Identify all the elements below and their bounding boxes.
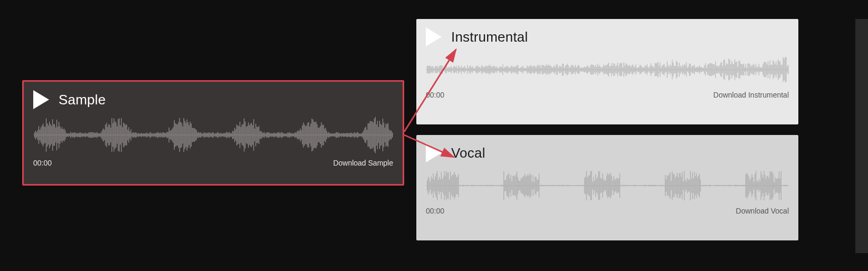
svg-rect-491 bbox=[577, 66, 578, 73]
svg-rect-928 bbox=[654, 185, 654, 186]
svg-rect-333 bbox=[386, 123, 386, 146]
svg-rect-897 bbox=[623, 186, 623, 186]
svg-rect-1001 bbox=[727, 185, 728, 186]
svg-rect-910 bbox=[636, 185, 636, 186]
svg-rect-556 bbox=[643, 67, 643, 72]
svg-rect-986 bbox=[712, 186, 713, 186]
svg-rect-396 bbox=[481, 65, 482, 74]
vocal-card: Vocal 00:00 Download Vocal bbox=[416, 135, 798, 240]
play-icon[interactable] bbox=[426, 27, 442, 46]
svg-rect-971 bbox=[697, 178, 698, 194]
svg-rect-638 bbox=[726, 65, 726, 74]
svg-rect-872 bbox=[597, 177, 598, 195]
svg-rect-762 bbox=[487, 185, 487, 187]
svg-rect-371 bbox=[456, 66, 456, 73]
svg-rect-664 bbox=[751, 65, 752, 74]
scrollbar-track[interactable] bbox=[855, 19, 868, 253]
svg-rect-650 bbox=[738, 66, 738, 73]
svg-rect-322 bbox=[374, 119, 375, 152]
svg-rect-552 bbox=[638, 67, 639, 72]
svg-rect-63 bbox=[100, 133, 100, 137]
svg-rect-683 bbox=[771, 65, 771, 75]
svg-rect-210 bbox=[255, 124, 256, 147]
svg-rect-665 bbox=[752, 65, 753, 74]
svg-rect-265 bbox=[313, 122, 314, 148]
svg-rect-554 bbox=[641, 65, 641, 74]
svg-rect-776 bbox=[500, 185, 501, 187]
svg-rect-101 bbox=[140, 133, 141, 137]
svg-rect-375 bbox=[460, 68, 461, 71]
svg-rect-486 bbox=[572, 65, 573, 74]
svg-rect-644 bbox=[731, 61, 732, 78]
svg-rect-158 bbox=[201, 132, 201, 138]
svg-rect-113 bbox=[153, 133, 154, 137]
svg-rect-97 bbox=[136, 132, 136, 138]
svg-rect-68 bbox=[105, 124, 106, 145]
download-instrumental-link[interactable]: Download Instrumental bbox=[713, 91, 789, 99]
svg-rect-591 bbox=[678, 67, 679, 73]
svg-rect-136 bbox=[177, 124, 178, 146]
svg-rect-685 bbox=[772, 60, 773, 80]
svg-rect-748 bbox=[472, 185, 473, 187]
svg-rect-56 bbox=[92, 132, 93, 138]
svg-rect-115 bbox=[155, 133, 156, 137]
svg-rect-857 bbox=[582, 185, 583, 186]
play-icon[interactable] bbox=[426, 143, 442, 162]
svg-rect-539 bbox=[625, 63, 626, 76]
svg-rect-449 bbox=[535, 66, 535, 73]
svg-rect-1030 bbox=[757, 181, 757, 191]
svg-rect-1060 bbox=[787, 185, 787, 186]
svg-rect-459 bbox=[545, 66, 546, 73]
svg-rect-41 bbox=[77, 133, 77, 137]
svg-rect-54 bbox=[90, 132, 91, 138]
play-icon[interactable] bbox=[33, 90, 49, 109]
svg-rect-177 bbox=[221, 133, 221, 138]
svg-rect-661 bbox=[749, 63, 749, 75]
svg-rect-405 bbox=[490, 66, 491, 73]
svg-rect-479 bbox=[565, 66, 566, 73]
svg-rect-1034 bbox=[761, 171, 761, 200]
svg-rect-632 bbox=[719, 65, 720, 74]
svg-rect-264 bbox=[313, 120, 313, 151]
svg-rect-286 bbox=[336, 132, 337, 138]
svg-rect-439 bbox=[524, 68, 525, 71]
svg-rect-1043 bbox=[770, 171, 770, 200]
svg-rect-76 bbox=[113, 119, 114, 152]
svg-rect-308 bbox=[359, 134, 360, 137]
svg-rect-61 bbox=[98, 133, 98, 137]
svg-rect-37 bbox=[72, 133, 73, 138]
svg-rect-1045 bbox=[772, 171, 772, 199]
svg-rect-149 bbox=[191, 123, 192, 147]
svg-rect-569 bbox=[656, 63, 656, 76]
svg-rect-360 bbox=[445, 66, 445, 73]
vocal-waveform[interactable] bbox=[426, 170, 789, 201]
svg-rect-133 bbox=[174, 120, 175, 150]
svg-rect-339 bbox=[392, 132, 393, 138]
svg-rect-285 bbox=[335, 133, 336, 137]
svg-rect-764 bbox=[489, 185, 489, 186]
svg-rect-893 bbox=[618, 179, 619, 193]
svg-rect-74 bbox=[111, 118, 112, 152]
svg-rect-1052 bbox=[779, 171, 779, 200]
svg-rect-1028 bbox=[755, 174, 755, 198]
svg-rect-625 bbox=[712, 64, 713, 75]
download-vocal-link[interactable]: Download Vocal bbox=[736, 207, 789, 215]
svg-rect-328 bbox=[380, 124, 381, 146]
svg-rect-237 bbox=[284, 134, 284, 137]
svg-rect-81 bbox=[119, 118, 119, 151]
svg-rect-440 bbox=[526, 68, 526, 71]
download-sample-link[interactable]: Download Sample bbox=[333, 159, 393, 167]
svg-rect-686 bbox=[774, 62, 774, 78]
svg-rect-672 bbox=[760, 67, 760, 72]
svg-rect-192 bbox=[236, 124, 237, 146]
svg-rect-544 bbox=[631, 67, 631, 72]
sample-waveform[interactable] bbox=[33, 117, 393, 153]
svg-rect-178 bbox=[222, 133, 222, 137]
svg-rect-713 bbox=[437, 171, 437, 200]
svg-rect-809 bbox=[534, 182, 535, 189]
svg-rect-688 bbox=[776, 62, 776, 78]
instrumental-waveform[interactable] bbox=[426, 54, 789, 85]
svg-rect-594 bbox=[681, 67, 682, 72]
svg-rect-858 bbox=[583, 185, 584, 186]
svg-rect-538 bbox=[625, 66, 625, 74]
